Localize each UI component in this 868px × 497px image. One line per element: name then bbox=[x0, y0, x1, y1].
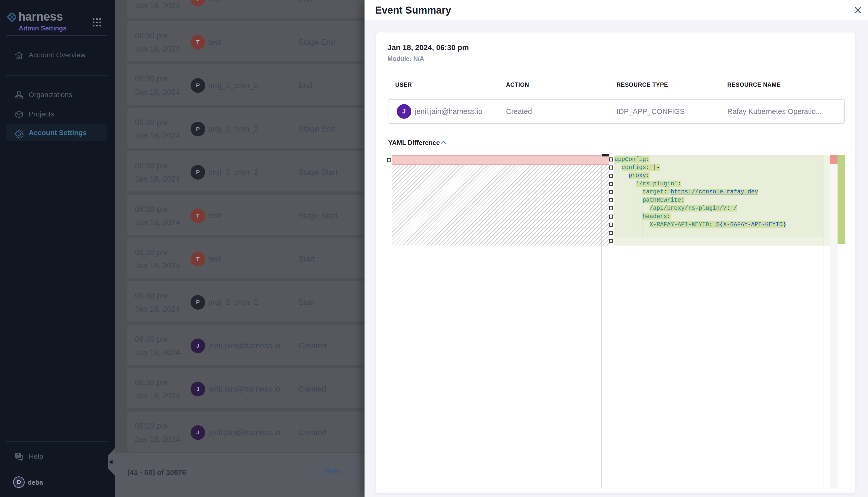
svg-text:?: ? bbox=[17, 453, 19, 457]
